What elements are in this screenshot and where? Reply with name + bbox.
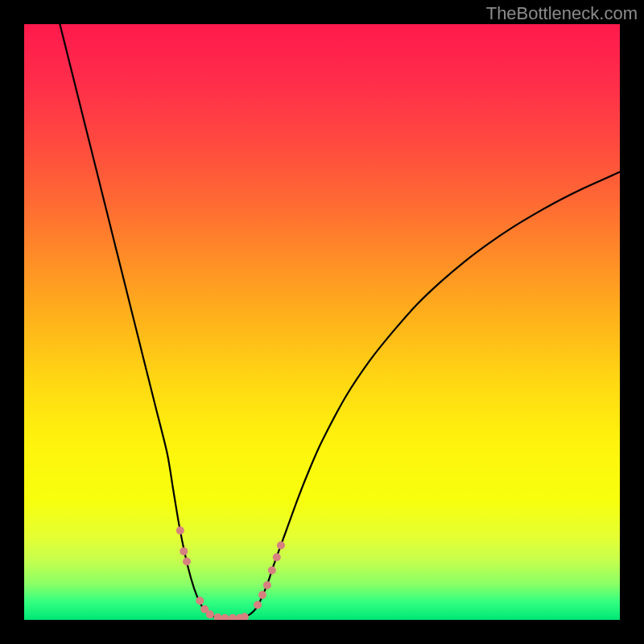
highlight-dot	[263, 581, 271, 589]
chart-container: TheBottleneck.com	[0, 0, 644, 644]
highlight-dot	[241, 613, 249, 620]
curve-layer	[24, 24, 620, 620]
highlight-dot	[258, 591, 266, 599]
highlight-dot	[206, 610, 214, 618]
highlight-dot	[254, 601, 262, 609]
plot-area	[24, 24, 620, 620]
watermark-label: TheBottleneck.com	[486, 3, 638, 24]
highlight-dot	[176, 526, 184, 535]
highlight-dot	[180, 547, 188, 555]
highlight-dot	[277, 542, 285, 550]
highlight-dot	[273, 553, 281, 561]
highlight-dot	[214, 613, 222, 620]
highlight-dot	[268, 567, 276, 575]
highlight-dot	[221, 614, 229, 620]
bottleneck-curve	[60, 24, 620, 618]
highlight-dot	[183, 557, 191, 565]
highlight-points	[176, 526, 285, 620]
highlight-dot	[196, 597, 204, 605]
highlight-dot	[229, 614, 237, 620]
